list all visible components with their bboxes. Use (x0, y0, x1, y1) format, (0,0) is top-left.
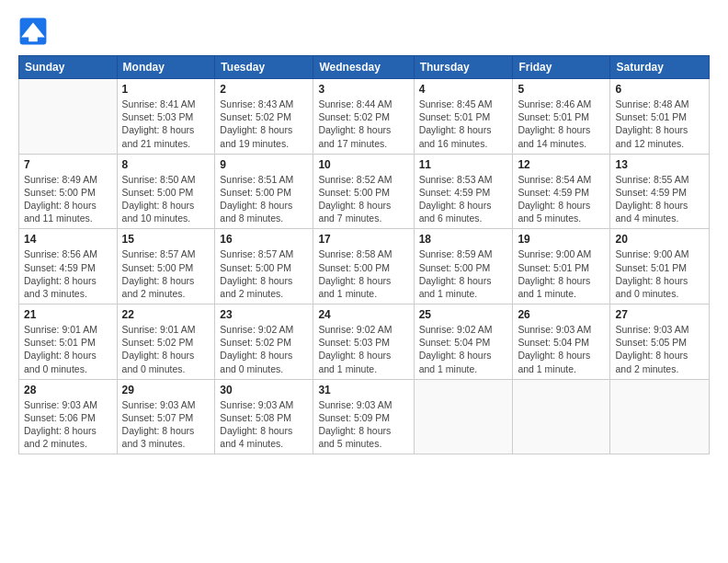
calendar-cell: 20Sunrise: 9:00 AM Sunset: 5:01 PM Dayli… (610, 229, 710, 304)
cell-info: Sunrise: 8:52 AM Sunset: 5:00 PM Dayligh… (318, 173, 408, 225)
cell-info: Sunrise: 8:58 AM Sunset: 5:00 PM Dayligh… (318, 247, 408, 300)
day-number: 26 (518, 308, 605, 321)
weekday-header-friday: Friday (513, 56, 610, 79)
day-number: 15 (122, 233, 210, 246)
calendar-cell: 19Sunrise: 9:00 AM Sunset: 5:01 PM Dayli… (513, 229, 610, 304)
day-number: 22 (122, 308, 210, 321)
logo (18, 17, 53, 46)
day-number: 17 (318, 233, 408, 246)
day-number: 2 (220, 83, 308, 96)
calendar-cell: 14Sunrise: 8:56 AM Sunset: 4:59 PM Dayli… (19, 229, 118, 304)
day-number: 27 (615, 308, 704, 321)
calendar-cell: 13Sunrise: 8:55 AM Sunset: 4:59 PM Dayli… (610, 154, 710, 229)
day-number: 6 (615, 83, 704, 96)
cell-info: Sunrise: 9:02 AM Sunset: 5:03 PM Dayligh… (318, 323, 408, 375)
calendar-cell (414, 379, 513, 454)
day-number: 10 (318, 158, 408, 171)
day-number: 31 (318, 384, 408, 396)
cell-info: Sunrise: 9:00 AM Sunset: 5:01 PM Dayligh… (518, 247, 605, 300)
cell-info: Sunrise: 8:59 AM Sunset: 5:00 PM Dayligh… (419, 247, 508, 300)
day-number: 20 (615, 233, 704, 246)
calendar-cell: 15Sunrise: 8:57 AM Sunset: 5:00 PM Dayli… (117, 229, 215, 304)
day-number: 25 (419, 308, 508, 321)
weekday-header-monday: Monday (117, 56, 215, 79)
cell-info: Sunrise: 8:56 AM Sunset: 4:59 PM Dayligh… (24, 247, 112, 300)
day-number: 14 (24, 233, 112, 246)
day-number: 29 (122, 384, 210, 396)
calendar-cell: 8Sunrise: 8:50 AM Sunset: 5:00 PM Daylig… (117, 154, 215, 229)
calendar-cell: 4Sunrise: 8:45 AM Sunset: 5:01 PM Daylig… (414, 79, 513, 155)
day-number: 5 (518, 83, 605, 96)
calendar-cell: 27Sunrise: 9:03 AM Sunset: 5:05 PM Dayli… (610, 304, 710, 380)
logo-icon (18, 17, 48, 46)
cell-info: Sunrise: 8:57 AM Sunset: 5:00 PM Dayligh… (122, 247, 210, 300)
calendar-cell: 28Sunrise: 9:03 AM Sunset: 5:06 PM Dayli… (19, 379, 118, 454)
calendar-cell: 9Sunrise: 8:51 AM Sunset: 5:00 PM Daylig… (215, 154, 313, 229)
calendar-cell (610, 379, 710, 454)
cell-info: Sunrise: 8:53 AM Sunset: 4:59 PM Dayligh… (419, 173, 508, 225)
calendar-cell: 2Sunrise: 8:43 AM Sunset: 5:02 PM Daylig… (215, 79, 313, 155)
day-number: 13 (615, 158, 704, 171)
day-number: 24 (318, 308, 408, 321)
calendar-cell: 18Sunrise: 8:59 AM Sunset: 5:00 PM Dayli… (414, 229, 513, 304)
day-number: 12 (518, 158, 605, 171)
calendar-cell: 1Sunrise: 8:41 AM Sunset: 5:03 PM Daylig… (117, 79, 215, 155)
day-number: 4 (419, 83, 508, 96)
cell-info: Sunrise: 8:43 AM Sunset: 5:02 PM Dayligh… (220, 98, 308, 150)
cell-info: Sunrise: 9:01 AM Sunset: 5:02 PM Dayligh… (122, 323, 210, 375)
calendar-cell: 22Sunrise: 9:01 AM Sunset: 5:02 PM Dayli… (117, 304, 215, 380)
calendar-cell: 31Sunrise: 9:03 AM Sunset: 5:09 PM Dayli… (313, 379, 414, 454)
cell-info: Sunrise: 9:03 AM Sunset: 5:07 PM Dayligh… (122, 398, 210, 451)
calendar-cell: 17Sunrise: 8:58 AM Sunset: 5:00 PM Dayli… (313, 229, 414, 304)
calendar-cell: 11Sunrise: 8:53 AM Sunset: 4:59 PM Dayli… (414, 154, 513, 229)
cell-info: Sunrise: 9:03 AM Sunset: 5:08 PM Dayligh… (220, 398, 308, 451)
cell-info: Sunrise: 8:55 AM Sunset: 4:59 PM Dayligh… (615, 173, 704, 225)
cell-info: Sunrise: 9:03 AM Sunset: 5:09 PM Dayligh… (318, 398, 408, 451)
day-number: 30 (220, 384, 308, 396)
weekday-header-wednesday: Wednesday (313, 56, 414, 79)
calendar-cell: 30Sunrise: 9:03 AM Sunset: 5:08 PM Dayli… (215, 379, 313, 454)
cell-info: Sunrise: 9:03 AM Sunset: 5:04 PM Dayligh… (518, 323, 605, 375)
calendar-cell: 3Sunrise: 8:44 AM Sunset: 5:02 PM Daylig… (313, 79, 414, 155)
calendar-cell (513, 379, 610, 454)
calendar-cell (19, 79, 118, 155)
calendar-cell: 6Sunrise: 8:48 AM Sunset: 5:01 PM Daylig… (610, 79, 710, 155)
cell-info: Sunrise: 8:50 AM Sunset: 5:00 PM Dayligh… (122, 173, 210, 225)
cell-info: Sunrise: 8:51 AM Sunset: 5:00 PM Dayligh… (220, 173, 308, 225)
day-number: 7 (24, 158, 112, 171)
weekday-header-sunday: Sunday (19, 56, 118, 79)
cell-info: Sunrise: 9:03 AM Sunset: 5:06 PM Dayligh… (24, 398, 112, 451)
cell-info: Sunrise: 8:57 AM Sunset: 5:00 PM Dayligh… (220, 247, 308, 300)
calendar-cell: 7Sunrise: 8:49 AM Sunset: 5:00 PM Daylig… (19, 154, 118, 229)
cell-info: Sunrise: 9:00 AM Sunset: 5:01 PM Dayligh… (615, 247, 704, 300)
calendar-week-3: 14Sunrise: 8:56 AM Sunset: 4:59 PM Dayli… (19, 229, 710, 304)
day-number: 23 (220, 308, 308, 321)
day-number: 11 (419, 158, 508, 171)
day-number: 21 (24, 308, 112, 321)
calendar-week-5: 28Sunrise: 9:03 AM Sunset: 5:06 PM Dayli… (19, 379, 710, 454)
cell-info: Sunrise: 8:41 AM Sunset: 5:03 PM Dayligh… (122, 98, 210, 150)
svg-rect-2 (28, 34, 38, 41)
day-number: 3 (318, 83, 408, 96)
calendar-week-4: 21Sunrise: 9:01 AM Sunset: 5:01 PM Dayli… (19, 304, 710, 380)
day-number: 18 (419, 233, 508, 246)
calendar-week-2: 7Sunrise: 8:49 AM Sunset: 5:00 PM Daylig… (19, 154, 710, 229)
cell-info: Sunrise: 8:45 AM Sunset: 5:01 PM Dayligh… (419, 98, 508, 150)
day-number: 1 (122, 83, 210, 96)
cell-info: Sunrise: 9:02 AM Sunset: 5:04 PM Dayligh… (419, 323, 508, 375)
day-number: 8 (122, 158, 210, 171)
calendar-cell: 10Sunrise: 8:52 AM Sunset: 5:00 PM Dayli… (313, 154, 414, 229)
cell-info: Sunrise: 9:01 AM Sunset: 5:01 PM Dayligh… (24, 323, 112, 375)
weekday-header-row: SundayMondayTuesdayWednesdayThursdayFrid… (19, 56, 710, 79)
calendar-cell: 24Sunrise: 9:02 AM Sunset: 5:03 PM Dayli… (313, 304, 414, 380)
cell-info: Sunrise: 8:49 AM Sunset: 5:00 PM Dayligh… (24, 173, 112, 225)
cell-info: Sunrise: 8:54 AM Sunset: 4:59 PM Dayligh… (518, 173, 605, 225)
cell-info: Sunrise: 8:48 AM Sunset: 5:01 PM Dayligh… (615, 98, 704, 150)
weekday-header-saturday: Saturday (610, 56, 710, 79)
calendar-table: SundayMondayTuesdayWednesdayThursdayFrid… (18, 55, 710, 454)
header (18, 17, 710, 46)
calendar-cell: 5Sunrise: 8:46 AM Sunset: 5:01 PM Daylig… (513, 79, 610, 155)
weekday-header-tuesday: Tuesday (215, 56, 313, 79)
cell-info: Sunrise: 9:02 AM Sunset: 5:02 PM Dayligh… (220, 323, 308, 375)
calendar-cell: 26Sunrise: 9:03 AM Sunset: 5:04 PM Dayli… (513, 304, 610, 380)
